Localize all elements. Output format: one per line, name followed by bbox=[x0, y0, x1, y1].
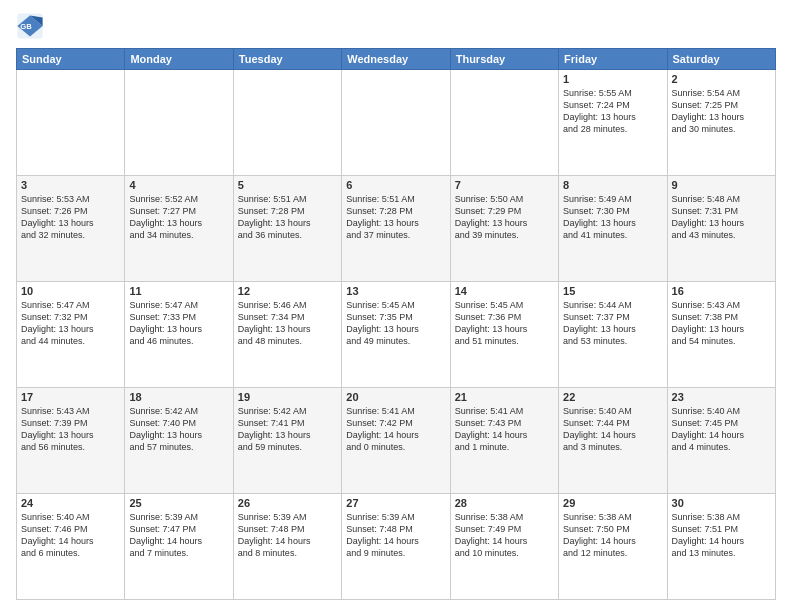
calendar-cell bbox=[17, 70, 125, 176]
logo: GB bbox=[16, 12, 48, 40]
weekday-header: Saturday bbox=[667, 49, 775, 70]
day-info: Sunrise: 5:47 AM Sunset: 7:32 PM Dayligh… bbox=[21, 299, 120, 348]
calendar-cell: 3Sunrise: 5:53 AM Sunset: 7:26 PM Daylig… bbox=[17, 176, 125, 282]
day-info: Sunrise: 5:55 AM Sunset: 7:24 PM Dayligh… bbox=[563, 87, 662, 136]
day-number: 10 bbox=[21, 285, 120, 297]
calendar-cell: 18Sunrise: 5:42 AM Sunset: 7:40 PM Dayli… bbox=[125, 388, 233, 494]
day-info: Sunrise: 5:54 AM Sunset: 7:25 PM Dayligh… bbox=[672, 87, 771, 136]
calendar-cell: 10Sunrise: 5:47 AM Sunset: 7:32 PM Dayli… bbox=[17, 282, 125, 388]
calendar-cell: 20Sunrise: 5:41 AM Sunset: 7:42 PM Dayli… bbox=[342, 388, 450, 494]
calendar-cell bbox=[342, 70, 450, 176]
day-info: Sunrise: 5:40 AM Sunset: 7:45 PM Dayligh… bbox=[672, 405, 771, 454]
day-number: 3 bbox=[21, 179, 120, 191]
day-number: 24 bbox=[21, 497, 120, 509]
day-info: Sunrise: 5:39 AM Sunset: 7:48 PM Dayligh… bbox=[238, 511, 337, 560]
calendar-cell: 19Sunrise: 5:42 AM Sunset: 7:41 PM Dayli… bbox=[233, 388, 341, 494]
day-info: Sunrise: 5:51 AM Sunset: 7:28 PM Dayligh… bbox=[346, 193, 445, 242]
calendar-cell: 17Sunrise: 5:43 AM Sunset: 7:39 PM Dayli… bbox=[17, 388, 125, 494]
day-number: 15 bbox=[563, 285, 662, 297]
day-info: Sunrise: 5:38 AM Sunset: 7:50 PM Dayligh… bbox=[563, 511, 662, 560]
calendar-cell: 25Sunrise: 5:39 AM Sunset: 7:47 PM Dayli… bbox=[125, 494, 233, 600]
calendar-cell: 9Sunrise: 5:48 AM Sunset: 7:31 PM Daylig… bbox=[667, 176, 775, 282]
calendar-cell bbox=[233, 70, 341, 176]
weekday-header: Wednesday bbox=[342, 49, 450, 70]
calendar-cell: 12Sunrise: 5:46 AM Sunset: 7:34 PM Dayli… bbox=[233, 282, 341, 388]
day-number: 14 bbox=[455, 285, 554, 297]
day-number: 30 bbox=[672, 497, 771, 509]
calendar-cell: 11Sunrise: 5:47 AM Sunset: 7:33 PM Dayli… bbox=[125, 282, 233, 388]
day-number: 19 bbox=[238, 391, 337, 403]
calendar-cell: 23Sunrise: 5:40 AM Sunset: 7:45 PM Dayli… bbox=[667, 388, 775, 494]
day-info: Sunrise: 5:45 AM Sunset: 7:35 PM Dayligh… bbox=[346, 299, 445, 348]
day-info: Sunrise: 5:41 AM Sunset: 7:43 PM Dayligh… bbox=[455, 405, 554, 454]
day-info: Sunrise: 5:45 AM Sunset: 7:36 PM Dayligh… bbox=[455, 299, 554, 348]
day-info: Sunrise: 5:49 AM Sunset: 7:30 PM Dayligh… bbox=[563, 193, 662, 242]
day-number: 8 bbox=[563, 179, 662, 191]
day-info: Sunrise: 5:51 AM Sunset: 7:28 PM Dayligh… bbox=[238, 193, 337, 242]
day-number: 18 bbox=[129, 391, 228, 403]
calendar-cell: 16Sunrise: 5:43 AM Sunset: 7:38 PM Dayli… bbox=[667, 282, 775, 388]
day-info: Sunrise: 5:48 AM Sunset: 7:31 PM Dayligh… bbox=[672, 193, 771, 242]
day-info: Sunrise: 5:38 AM Sunset: 7:51 PM Dayligh… bbox=[672, 511, 771, 560]
calendar-week-row: 10Sunrise: 5:47 AM Sunset: 7:32 PM Dayli… bbox=[17, 282, 776, 388]
calendar-cell: 29Sunrise: 5:38 AM Sunset: 7:50 PM Dayli… bbox=[559, 494, 667, 600]
day-info: Sunrise: 5:47 AM Sunset: 7:33 PM Dayligh… bbox=[129, 299, 228, 348]
calendar-week-row: 17Sunrise: 5:43 AM Sunset: 7:39 PM Dayli… bbox=[17, 388, 776, 494]
day-number: 23 bbox=[672, 391, 771, 403]
calendar-week-row: 1Sunrise: 5:55 AM Sunset: 7:24 PM Daylig… bbox=[17, 70, 776, 176]
day-number: 17 bbox=[21, 391, 120, 403]
day-info: Sunrise: 5:40 AM Sunset: 7:46 PM Dayligh… bbox=[21, 511, 120, 560]
day-info: Sunrise: 5:38 AM Sunset: 7:49 PM Dayligh… bbox=[455, 511, 554, 560]
header: GB bbox=[16, 12, 776, 40]
calendar-cell: 27Sunrise: 5:39 AM Sunset: 7:48 PM Dayli… bbox=[342, 494, 450, 600]
day-number: 26 bbox=[238, 497, 337, 509]
calendar-cell: 5Sunrise: 5:51 AM Sunset: 7:28 PM Daylig… bbox=[233, 176, 341, 282]
day-number: 9 bbox=[672, 179, 771, 191]
calendar-week-row: 3Sunrise: 5:53 AM Sunset: 7:26 PM Daylig… bbox=[17, 176, 776, 282]
day-info: Sunrise: 5:41 AM Sunset: 7:42 PM Dayligh… bbox=[346, 405, 445, 454]
day-info: Sunrise: 5:50 AM Sunset: 7:29 PM Dayligh… bbox=[455, 193, 554, 242]
day-number: 11 bbox=[129, 285, 228, 297]
day-number: 2 bbox=[672, 73, 771, 85]
day-info: Sunrise: 5:43 AM Sunset: 7:39 PM Dayligh… bbox=[21, 405, 120, 454]
day-info: Sunrise: 5:44 AM Sunset: 7:37 PM Dayligh… bbox=[563, 299, 662, 348]
calendar-cell: 14Sunrise: 5:45 AM Sunset: 7:36 PM Dayli… bbox=[450, 282, 558, 388]
calendar-cell: 30Sunrise: 5:38 AM Sunset: 7:51 PM Dayli… bbox=[667, 494, 775, 600]
calendar-cell: 8Sunrise: 5:49 AM Sunset: 7:30 PM Daylig… bbox=[559, 176, 667, 282]
day-number: 13 bbox=[346, 285, 445, 297]
calendar-cell: 7Sunrise: 5:50 AM Sunset: 7:29 PM Daylig… bbox=[450, 176, 558, 282]
day-info: Sunrise: 5:40 AM Sunset: 7:44 PM Dayligh… bbox=[563, 405, 662, 454]
day-number: 6 bbox=[346, 179, 445, 191]
day-number: 27 bbox=[346, 497, 445, 509]
calendar-cell bbox=[450, 70, 558, 176]
weekday-header: Monday bbox=[125, 49, 233, 70]
day-number: 1 bbox=[563, 73, 662, 85]
day-number: 16 bbox=[672, 285, 771, 297]
calendar-cell: 26Sunrise: 5:39 AM Sunset: 7:48 PM Dayli… bbox=[233, 494, 341, 600]
calendar-cell: 22Sunrise: 5:40 AM Sunset: 7:44 PM Dayli… bbox=[559, 388, 667, 494]
day-number: 7 bbox=[455, 179, 554, 191]
weekday-header-row: SundayMondayTuesdayWednesdayThursdayFrid… bbox=[17, 49, 776, 70]
calendar-cell: 21Sunrise: 5:41 AM Sunset: 7:43 PM Dayli… bbox=[450, 388, 558, 494]
calendar-cell: 2Sunrise: 5:54 AM Sunset: 7:25 PM Daylig… bbox=[667, 70, 775, 176]
day-number: 22 bbox=[563, 391, 662, 403]
day-info: Sunrise: 5:53 AM Sunset: 7:26 PM Dayligh… bbox=[21, 193, 120, 242]
svg-text:GB: GB bbox=[20, 22, 32, 31]
calendar-week-row: 24Sunrise: 5:40 AM Sunset: 7:46 PM Dayli… bbox=[17, 494, 776, 600]
day-info: Sunrise: 5:43 AM Sunset: 7:38 PM Dayligh… bbox=[672, 299, 771, 348]
day-info: Sunrise: 5:39 AM Sunset: 7:48 PM Dayligh… bbox=[346, 511, 445, 560]
calendar-cell: 15Sunrise: 5:44 AM Sunset: 7:37 PM Dayli… bbox=[559, 282, 667, 388]
calendar-cell: 28Sunrise: 5:38 AM Sunset: 7:49 PM Dayli… bbox=[450, 494, 558, 600]
page: GB SundayMondayTuesdayWednesdayThursdayF… bbox=[0, 0, 792, 612]
calendar-cell: 13Sunrise: 5:45 AM Sunset: 7:35 PM Dayli… bbox=[342, 282, 450, 388]
calendar-cell bbox=[125, 70, 233, 176]
day-number: 20 bbox=[346, 391, 445, 403]
calendar-cell: 1Sunrise: 5:55 AM Sunset: 7:24 PM Daylig… bbox=[559, 70, 667, 176]
calendar-cell: 6Sunrise: 5:51 AM Sunset: 7:28 PM Daylig… bbox=[342, 176, 450, 282]
day-number: 25 bbox=[129, 497, 228, 509]
day-info: Sunrise: 5:46 AM Sunset: 7:34 PM Dayligh… bbox=[238, 299, 337, 348]
day-number: 4 bbox=[129, 179, 228, 191]
day-info: Sunrise: 5:39 AM Sunset: 7:47 PM Dayligh… bbox=[129, 511, 228, 560]
calendar-cell: 4Sunrise: 5:52 AM Sunset: 7:27 PM Daylig… bbox=[125, 176, 233, 282]
day-info: Sunrise: 5:52 AM Sunset: 7:27 PM Dayligh… bbox=[129, 193, 228, 242]
